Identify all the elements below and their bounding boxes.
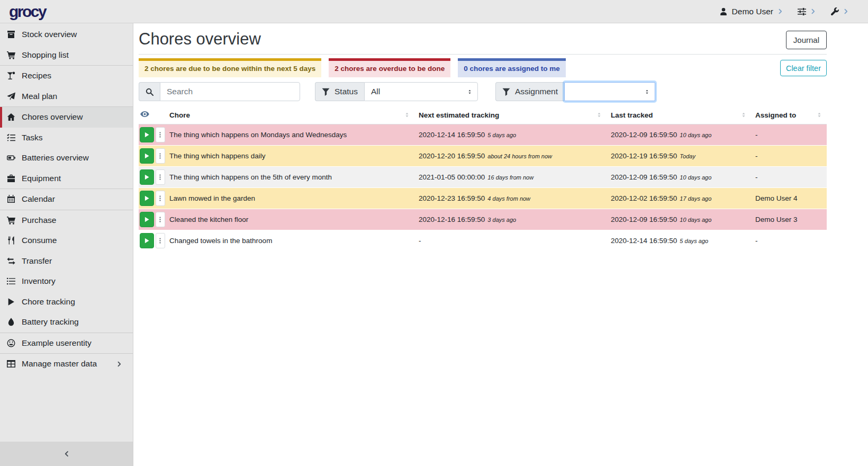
- exchange-icon: [7, 257, 17, 265]
- chore-context-menu-button[interactable]: [156, 148, 165, 164]
- status-banners: 2 chores are due to be done within the n…: [139, 58, 566, 77]
- status-banner-warning[interactable]: 2 chores are due to be done within the n…: [139, 58, 321, 77]
- list-icon: [7, 277, 17, 285]
- sidebar-item-manage-master-data[interactable]: Manage master data: [0, 354, 133, 374]
- chore-context-menu-button[interactable]: [156, 169, 165, 185]
- sidebar-item-chore-tracking[interactable]: Chore tracking: [0, 292, 133, 312]
- last-tracked-cell: 2020-12-02 16:59:5017 days ago: [607, 188, 751, 209]
- paper-plane-icon: [7, 92, 17, 101]
- sidebar-item-label: Tasks: [22, 133, 43, 142]
- chevron-left-icon: [64, 451, 70, 457]
- sidebar-item-transfer[interactable]: Transfer: [0, 251, 133, 272]
- shopping-cart-icon: [7, 51, 17, 59]
- journal-button[interactable]: Journal: [786, 31, 827, 49]
- clear-filter-button[interactable]: Clear filter: [780, 60, 827, 76]
- play-icon: [144, 153, 150, 159]
- sidebar-item-consume[interactable]: Consume: [0, 230, 133, 251]
- relative-time: 4 days from now: [487, 195, 530, 202]
- dots-vertical-icon: [157, 153, 164, 159]
- track-chore-execution-button[interactable]: [140, 212, 154, 227]
- sidebar-collapse-button[interactable]: [0, 442, 133, 466]
- person-icon: [719, 7, 728, 16]
- column-header-label: Last tracked: [611, 111, 653, 119]
- sort-icon[interactable]: [816, 112, 822, 118]
- track-chore-execution-button[interactable]: [140, 233, 154, 248]
- actions-cell: [139, 146, 165, 167]
- sidebar-item-meal-plan[interactable]: Meal plan: [0, 86, 133, 107]
- chore-context-menu-button[interactable]: [156, 212, 165, 227]
- sidebar-item-label: Inventory: [22, 276, 56, 286]
- sidebar-item-example-userentity[interactable]: Example userentity: [0, 333, 133, 354]
- search-icon: [146, 88, 153, 96]
- status-banner-danger[interactable]: 2 chores are overdue to be done: [329, 58, 450, 77]
- relative-time: 5 days ago: [680, 238, 708, 244]
- status-banner-info[interactable]: 0 chores are assigned to me: [458, 58, 566, 77]
- relative-time: Today: [680, 153, 695, 159]
- track-chore-execution-button[interactable]: [140, 127, 154, 142]
- select-arrows-icon: [644, 88, 650, 96]
- top-menus: Demo User: [719, 7, 868, 16]
- sort-icon[interactable]: [404, 112, 410, 118]
- column-visibility-header[interactable]: [139, 106, 165, 124]
- play-icon: [144, 174, 150, 180]
- sidebar-item-shopping-list[interactable]: Shopping list: [0, 45, 133, 66]
- filter-icon: [322, 88, 330, 96]
- chore-name-cell: Lawn mowed in the garden: [165, 188, 414, 209]
- status-filter-select[interactable]: All: [364, 82, 478, 101]
- dots-vertical-icon: [157, 237, 164, 244]
- play-icon: [144, 195, 150, 201]
- column-header-assigned-to[interactable]: Assigned to: [751, 106, 827, 124]
- user-menu-label: Demo User: [732, 7, 773, 16]
- chore-context-menu-button[interactable]: [156, 233, 165, 248]
- column-header-next-estimated-tracking[interactable]: Next estimated tracking: [414, 106, 607, 124]
- settings-menu[interactable]: [798, 7, 816, 16]
- sidebar-item-inventory[interactable]: Inventory: [0, 271, 133, 292]
- sidebar-item-calendar[interactable]: Calendar: [0, 189, 133, 210]
- sidebar-item-purchase[interactable]: Purchase: [0, 210, 133, 231]
- sidebar-item-label: Battery tracking: [22, 317, 79, 327]
- play-icon: [144, 132, 150, 138]
- sort-icon[interactable]: [740, 112, 747, 118]
- play-icon: [144, 217, 150, 222]
- track-chore-execution-button[interactable]: [140, 169, 154, 185]
- sort-icon[interactable]: [596, 112, 602, 118]
- chore-context-menu-button[interactable]: [156, 127, 165, 142]
- wrench-icon: [830, 7, 839, 16]
- sidebar-item-label: Equipment: [22, 174, 61, 183]
- chore-context-menu-button[interactable]: [156, 191, 165, 206]
- search-prepend: [139, 82, 160, 101]
- column-header-label: Assigned to: [755, 111, 796, 119]
- chevron-right-icon: [843, 8, 849, 14]
- assigned-to-cell: -: [751, 146, 827, 167]
- track-chore-execution-button[interactable]: [140, 148, 154, 164]
- track-chore-execution-button[interactable]: [140, 191, 154, 206]
- chore-name-cell: The thing which happens daily: [165, 146, 414, 167]
- sidebar-item-stock-overview[interactable]: Stock overview: [0, 24, 133, 45]
- search-group: [139, 82, 300, 101]
- tasks-icon: [7, 133, 17, 142]
- next-estimated-tracking-cell: 2020-12-23 16:59:504 days from now: [414, 188, 607, 209]
- home-icon: [7, 113, 17, 121]
- filters-row: Status All Assignment: [139, 82, 827, 101]
- sidebar-item-battery-tracking[interactable]: Battery tracking: [0, 312, 133, 333]
- sidebar-item-tasks[interactable]: Tasks: [0, 128, 133, 148]
- chevron-right-icon: [777, 8, 783, 14]
- chore-name-cell: The thing which happens on Mondays and W…: [165, 124, 414, 146]
- column-header-chore[interactable]: Chore: [165, 106, 414, 124]
- chore-row: The thing which happens daily2020-12-20 …: [139, 146, 827, 167]
- actions-cell: [139, 209, 165, 230]
- sidebar-item-recipes[interactable]: Recipes: [0, 66, 133, 86]
- chore-row: The thing which happens on the 5th of ev…: [139, 167, 827, 188]
- assignment-filter-select[interactable]: [564, 82, 655, 101]
- search-input[interactable]: [160, 82, 300, 101]
- next-estimated-tracking-cell: -: [414, 230, 607, 252]
- column-header-last-tracked[interactable]: Last tracked: [607, 106, 751, 124]
- sidebar-item-chores-overview[interactable]: Chores overview: [0, 107, 133, 128]
- sidebar-item-equipment[interactable]: Equipment: [0, 168, 133, 189]
- sidebar-item-label: Manage master data: [22, 359, 97, 369]
- header-divider: [139, 54, 827, 55]
- admin-menu[interactable]: [830, 7, 849, 16]
- user-menu[interactable]: Demo User: [719, 7, 783, 16]
- sidebar-item-batteries-overview[interactable]: Batteries overview: [0, 148, 133, 168]
- app-logo[interactable]: grocy: [9, 3, 46, 20]
